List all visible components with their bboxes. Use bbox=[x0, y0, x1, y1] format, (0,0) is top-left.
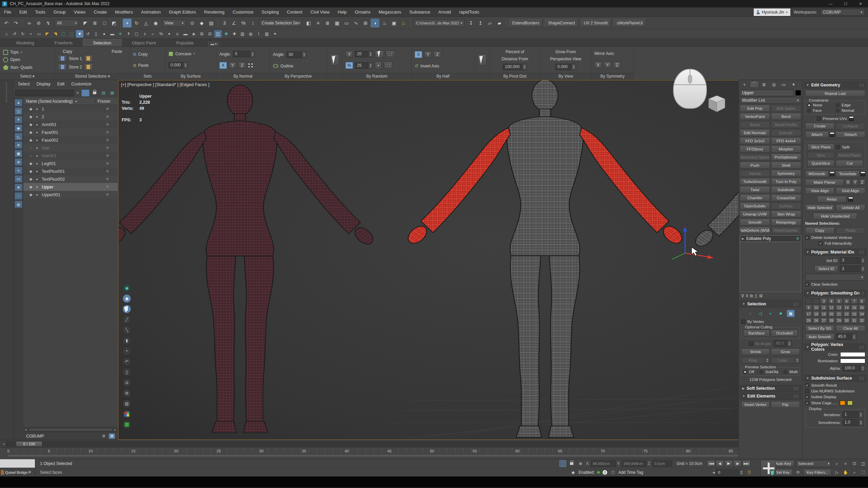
model-base-maroon[interactable] bbox=[118, 85, 377, 433]
repeat-last-button[interactable]: Repeat Last bbox=[805, 90, 866, 97]
modeling-tool-icon[interactable]: ⌇ bbox=[255, 30, 262, 38]
align-icon[interactable]: ≡ bbox=[314, 19, 322, 27]
make-planar-button[interactable]: Make Planar bbox=[805, 179, 844, 186]
create-tab-icon[interactable]: + bbox=[740, 81, 749, 88]
mirror-z-button[interactable]: Z bbox=[613, 62, 621, 68]
modifier-button[interactable]: Chamfer bbox=[740, 194, 770, 201]
clear-all-button[interactable]: Clear All bbox=[836, 325, 865, 332]
mirror-x-button[interactable]: X bbox=[594, 62, 602, 68]
key-icon[interactable]: ⚿ bbox=[746, 469, 753, 476]
modifier-button[interactable]: Bevel bbox=[740, 121, 770, 128]
cut-button[interactable]: Cut bbox=[836, 160, 863, 167]
maximize-viewport-icon[interactable]: ⛶ bbox=[860, 469, 867, 476]
visibility-eye-icon[interactable]: ◉ bbox=[27, 154, 34, 158]
explorer-menu-item[interactable]: Select bbox=[15, 82, 33, 86]
smoothing-group-button[interactable]: 14 bbox=[843, 305, 850, 310]
scroll-right-icon[interactable]: ▸ bbox=[113, 428, 118, 431]
smoothing-group-button[interactable]: 10 bbox=[813, 305, 820, 310]
snap-status-icon[interactable]: ⊕ bbox=[577, 460, 584, 467]
select-link-icon[interactable]: ∞ bbox=[25, 19, 34, 27]
display-bones-icon[interactable]: ∿ bbox=[15, 167, 22, 174]
visibility-eye-icon[interactable]: ◉ bbox=[27, 123, 34, 126]
sets-panel-label[interactable]: Sets bbox=[130, 73, 165, 80]
modeling-tool-icon[interactable]: ↺ bbox=[84, 30, 92, 38]
isoline-display-checkbox[interactable]: ✓ bbox=[805, 395, 809, 399]
modifier-button[interactable]: FFD(box) bbox=[740, 145, 770, 152]
modifier-button[interactable]: Subdivide bbox=[771, 186, 801, 193]
select-by-name-icon[interactable]: ≣ bbox=[91, 19, 99, 27]
explorer-menu-item[interactable]: Edit bbox=[54, 82, 68, 86]
asset-tool-icon[interactable]: ↥ bbox=[476, 19, 485, 27]
menu-item[interactable]: Animation bbox=[137, 9, 165, 15]
column-header-frozen[interactable]: Frozen bbox=[95, 99, 118, 104]
smoothing-group-button[interactable]: 31 bbox=[851, 318, 857, 323]
display-containers-icon[interactable]: ▭ bbox=[15, 175, 22, 183]
half-y-button[interactable]: Y bbox=[424, 51, 432, 58]
smoothing-group-button[interactable]: 15 bbox=[851, 305, 857, 310]
cursor-icon[interactable] bbox=[122, 305, 131, 313]
slice-plane-button[interactable]: Slice Plane bbox=[807, 144, 835, 150]
menu-item[interactable]: Help bbox=[334, 9, 351, 15]
display-none-icon[interactable]: ● bbox=[15, 99, 22, 106]
menu-item[interactable]: Customize bbox=[229, 9, 257, 15]
create-button[interactable]: Create bbox=[805, 123, 835, 129]
viewcube[interactable] bbox=[706, 94, 728, 114]
random-shrink-button[interactable] bbox=[384, 62, 393, 69]
smoothing-group-button[interactable] bbox=[813, 298, 820, 304]
vertex-color-swatch[interactable] bbox=[840, 352, 865, 357]
polygon-subobject-icon[interactable]: ■ bbox=[776, 310, 785, 317]
by-pivot-panel-label[interactable]: By Pivot Dist bbox=[490, 73, 540, 80]
track-bar[interactable]: 0510152025303540455055606570758085909510… bbox=[0, 447, 868, 458]
table-row[interactable]: ◉ ● TextPlus002 ❄ bbox=[23, 175, 118, 183]
modifier-list-dropdown[interactable]: Modifier List▾ bbox=[740, 97, 801, 104]
modeling-tool-icon[interactable]: ↺ bbox=[11, 30, 18, 38]
modifier-button[interactable]: Symmetry bbox=[771, 170, 801, 177]
slice-button[interactable]: Slice bbox=[807, 152, 835, 159]
schematic-view-icon[interactable]: ⊞ bbox=[361, 19, 370, 27]
border-subobject-icon[interactable]: ◗ bbox=[766, 310, 774, 317]
by-vertex-checkbox[interactable] bbox=[741, 320, 745, 324]
modeling-tool-icon[interactable]: ▾ bbox=[165, 30, 173, 38]
msmooth-settings-icon[interactable] bbox=[830, 171, 834, 176]
preserve-uvs-settings-icon[interactable] bbox=[849, 116, 854, 121]
modeling-tool-icon[interactable]: ✚ bbox=[231, 30, 238, 38]
modeling-tool-icon[interactable]: ⌐ bbox=[149, 30, 157, 38]
table-row[interactable]: ◉ ● 1 ❄ bbox=[23, 105, 118, 113]
modifier-button[interactable]: Smooth bbox=[740, 219, 770, 226]
frozen-icon[interactable]: ❄ bbox=[97, 161, 118, 166]
selectability-dot-icon[interactable]: ● bbox=[34, 185, 40, 189]
selectability-dot-icon[interactable]: ● bbox=[34, 146, 40, 150]
visibility-eye-icon[interactable]: ◉ bbox=[27, 177, 34, 181]
grid-align-button[interactable]: Grid Align bbox=[836, 187, 865, 194]
selection-filter-dropdown[interactable]: All▾ bbox=[55, 19, 79, 27]
modifier-button[interactable]: Turn to Poly bbox=[771, 178, 801, 185]
smoothing-groups-rollout-header[interactable]: ▼Polygon: Smoothing Grou⣿ bbox=[804, 290, 867, 297]
occluded-button[interactable]: Occluded bbox=[771, 330, 797, 337]
tab-populate[interactable]: Populate bbox=[166, 39, 204, 46]
smoothing-group-button[interactable]: 21 bbox=[835, 311, 842, 317]
visibility-eye-icon[interactable]: ◉ bbox=[27, 169, 34, 173]
modeling-tool-icon[interactable]: ∪ bbox=[174, 30, 181, 38]
by-half-panel-label[interactable]: By Half bbox=[412, 73, 474, 80]
modeling-tool-icon[interactable]: ⊟ bbox=[206, 30, 214, 38]
modeling-tool-icon[interactable]: % bbox=[157, 30, 165, 38]
set-id-field[interactable]: 3 bbox=[840, 257, 861, 264]
menu-item[interactable]: Arnold bbox=[434, 9, 455, 15]
stamp-icon[interactable]: ◘ bbox=[122, 378, 131, 387]
zoom-extents-all-icon[interactable]: ⊡ bbox=[851, 460, 858, 467]
time-slider-handle[interactable]: 0 / 100 bbox=[16, 441, 42, 447]
shield-icon[interactable]: ◆ bbox=[570, 469, 576, 476]
modifier-button[interactable]: TurboSmooth bbox=[740, 178, 770, 185]
custom-script-button[interactable]: sWorkPlaneUI bbox=[614, 19, 646, 27]
workspace-dropdown[interactable]: CGBUMP ▾ bbox=[821, 9, 865, 16]
selectability-dot-icon[interactable]: ● bbox=[34, 170, 40, 173]
select-scale-icon[interactable]: △ bbox=[142, 19, 151, 27]
table-row[interactable]: ◉ ● Hair001 ❄ bbox=[23, 152, 118, 160]
visibility-eye-icon[interactable]: ◉ bbox=[27, 107, 34, 111]
modifier-button[interactable]: Edit Poly bbox=[740, 105, 770, 112]
tessellate-settings-icon[interactable] bbox=[861, 171, 865, 176]
utilities-tab-icon[interactable]: ✶ bbox=[789, 81, 798, 88]
tab-modeling[interactable]: Modeling bbox=[6, 39, 44, 46]
unhide-all-button[interactable]: Unhide All bbox=[836, 204, 865, 211]
msmooth-button[interactable]: MSmooth bbox=[805, 170, 829, 177]
